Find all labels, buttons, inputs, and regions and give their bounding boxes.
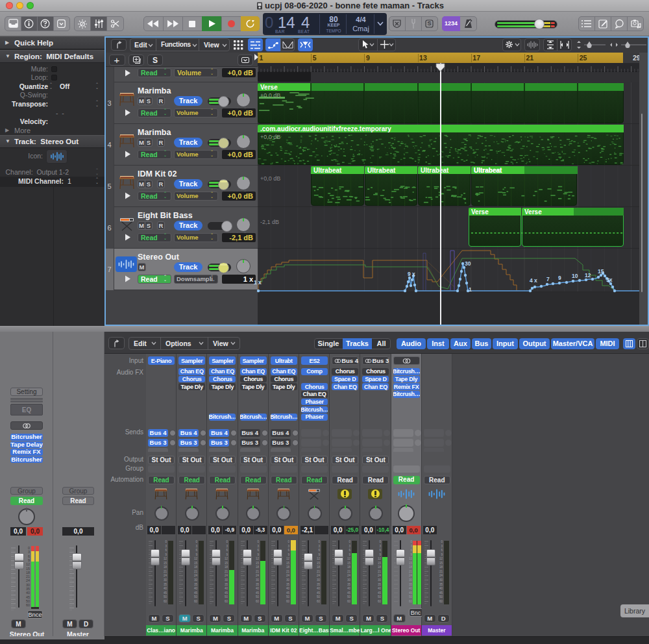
svg-text:12: 12: [347, 557, 351, 560]
svg-text:30: 30: [194, 578, 198, 582]
svg-text:6: 6: [380, 549, 382, 552]
svg-text:0: 0: [288, 540, 289, 543]
svg-text:24: 24: [439, 574, 443, 577]
svg-text:15: 15: [347, 562, 351, 565]
svg-text:40: 40: [347, 587, 351, 590]
svg-text:40: 40: [378, 587, 382, 590]
svg-text:24: 24: [255, 574, 259, 577]
svg-text:45: 45: [255, 591, 259, 595]
svg-text:9: 9: [165, 553, 167, 556]
svg-text:12: 12: [164, 557, 167, 560]
svg-text:0: 0: [165, 540, 167, 543]
svg-text:15: 15: [286, 562, 290, 565]
svg-text:15: 15: [164, 562, 167, 565]
svg-text:18: 18: [164, 565, 167, 569]
svg-text:21: 21: [408, 570, 412, 573]
svg-text:6: 6: [410, 549, 412, 552]
svg-text:12: 12: [194, 557, 198, 560]
svg-text:24: 24: [26, 578, 30, 582]
svg-text:24: 24: [286, 574, 290, 577]
svg-text:30: 30: [317, 578, 321, 582]
svg-text:12: 12: [26, 562, 30, 566]
svg-text:3: 3: [28, 550, 30, 554]
svg-text:60: 60: [164, 600, 167, 603]
svg-text:0: 0: [28, 546, 30, 550]
svg-text:40: 40: [408, 587, 412, 590]
svg-text:21: 21: [194, 570, 198, 573]
svg-text:21: 21: [378, 570, 382, 573]
svg-text:21: 21: [255, 570, 259, 573]
svg-text:30: 30: [164, 578, 167, 582]
svg-text:15: 15: [378, 562, 382, 565]
svg-text:40: 40: [439, 587, 443, 590]
svg-text:40: 40: [26, 591, 30, 595]
svg-text:30: 30: [378, 578, 382, 582]
svg-text:15: 15: [439, 562, 443, 565]
svg-text:60: 60: [378, 600, 382, 603]
svg-text:40: 40: [194, 587, 198, 590]
svg-text:6: 6: [165, 549, 167, 552]
svg-text:3: 3: [257, 545, 259, 548]
svg-text:9: 9: [441, 553, 443, 556]
svg-text:24: 24: [347, 574, 351, 577]
svg-text:12: 12: [255, 557, 259, 560]
svg-text:18: 18: [408, 565, 412, 569]
svg-text:3: 3: [349, 545, 351, 548]
svg-text:40: 40: [225, 587, 228, 590]
svg-text:9: 9: [349, 553, 351, 556]
svg-text:15: 15: [317, 562, 321, 565]
svg-text:60: 60: [255, 600, 259, 603]
svg-text:60: 60: [347, 600, 351, 603]
svg-text:6: 6: [257, 549, 259, 552]
svg-text:9: 9: [257, 553, 259, 556]
svg-text:50: 50: [225, 595, 228, 599]
svg-text:3: 3: [227, 545, 228, 548]
svg-text:50: 50: [408, 595, 412, 599]
svg-text:50: 50: [286, 595, 290, 599]
svg-text:60: 60: [194, 600, 198, 603]
svg-text:0: 0: [349, 540, 351, 543]
svg-text:6: 6: [318, 549, 320, 552]
svg-text:3: 3: [318, 545, 320, 548]
svg-text:35: 35: [347, 583, 351, 586]
svg-text:15: 15: [194, 562, 198, 565]
svg-text:35: 35: [317, 583, 321, 586]
svg-text:35: 35: [378, 583, 382, 586]
svg-text:6: 6: [28, 554, 30, 558]
svg-text:3: 3: [288, 545, 289, 548]
svg-text:0: 0: [257, 540, 259, 543]
svg-text:21: 21: [164, 570, 167, 573]
svg-text:12: 12: [439, 557, 443, 560]
svg-text:12: 12: [286, 557, 290, 560]
svg-text:0: 0: [441, 540, 443, 543]
svg-text:21: 21: [439, 570, 443, 573]
svg-text:18: 18: [347, 565, 351, 569]
svg-text:35: 35: [439, 583, 443, 586]
svg-text:0: 0: [380, 540, 382, 543]
svg-text:12: 12: [378, 557, 382, 560]
svg-text:45: 45: [164, 591, 167, 595]
svg-text:45: 45: [439, 591, 443, 595]
svg-text:35: 35: [255, 583, 259, 586]
svg-text:45: 45: [317, 591, 321, 595]
svg-text:0: 0: [227, 540, 228, 543]
svg-text:6: 6: [349, 549, 351, 552]
svg-text:3: 3: [410, 545, 412, 548]
svg-text:45: 45: [408, 591, 412, 595]
svg-text:18: 18: [26, 571, 30, 575]
svg-text:60: 60: [408, 600, 412, 603]
svg-text:30: 30: [286, 578, 290, 582]
svg-text:50: 50: [26, 599, 30, 603]
svg-text:24: 24: [194, 574, 198, 577]
svg-text:3: 3: [380, 545, 382, 548]
svg-text:18: 18: [317, 565, 321, 569]
svg-text:9: 9: [318, 553, 320, 556]
svg-text:9: 9: [196, 553, 198, 556]
svg-text:40: 40: [164, 587, 167, 590]
svg-text:6: 6: [227, 549, 228, 552]
svg-text:18: 18: [194, 565, 198, 569]
svg-text:24: 24: [317, 574, 321, 577]
svg-text:45: 45: [286, 591, 290, 595]
svg-text:50: 50: [194, 595, 198, 599]
svg-text:6: 6: [196, 549, 198, 552]
